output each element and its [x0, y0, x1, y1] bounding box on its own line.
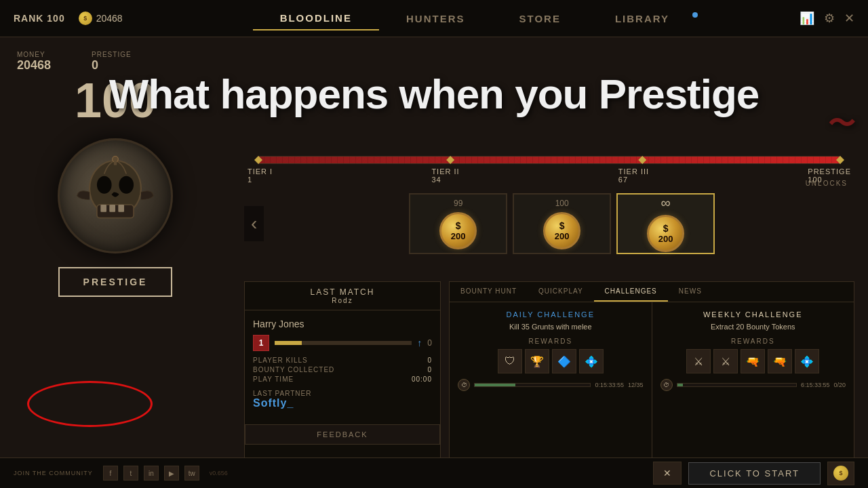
main-content: What happens when you Prestige 〜 MONEY 2… [0, 37, 868, 488]
kill-bar [275, 341, 412, 345]
rank-label: RANK 100 [14, 13, 65, 24]
daily-icon-1: 🛡 [498, 349, 522, 373]
weekly-timer-fill [677, 384, 684, 386]
top-nav-icons: 📊 ⚙ ✕ [800, 11, 854, 26]
unlock-symbol: ∞ [661, 195, 671, 211]
unlocks-box: UNLOCKS [806, 180, 848, 187]
close-bottom-button[interactable]: ✕ [653, 462, 682, 485]
reward-card-100[interactable]: 100 $ 200 [513, 193, 611, 254]
notification-dot [692, 12, 698, 18]
reward-card-99[interactable]: 99 $ 200 [409, 193, 507, 254]
daily-timer-bar [474, 383, 591, 387]
tab-news[interactable]: NEWS [668, 282, 713, 302]
blood-swirl-icon: 〜 [828, 108, 854, 138]
arrow-icon: ↑ [417, 338, 422, 348]
tier3-label: TIER III 67 [618, 167, 649, 184]
tab-bounty-hunt[interactable]: BOUNTY HUNT [450, 282, 528, 302]
stats-row: MONEY 20468 PRESTIGE 0 [17, 51, 214, 73]
challenges-panel: BOUNTY HUNT QUICKPLAY CHALLENGES NEWS DA… [449, 281, 854, 481]
daily-challenge-col: DAILY CHALLENGE Kill 35 Grunts with mele… [450, 302, 652, 477]
feedback-button[interactable]: FEEDBACK [245, 424, 440, 445]
tab-quickplay[interactable]: QUICKPLAY [528, 282, 594, 302]
svg-point-2 [119, 176, 134, 194]
twitter-icon[interactable]: t [123, 466, 138, 481]
weekly-timer-bar [677, 383, 797, 387]
rank-display: RANK 100 [14, 13, 65, 24]
join-text: JOIN THE COMMUNITY [14, 470, 93, 476]
rank-large: 100 [17, 76, 214, 125]
nav-tabs: BLOODLINE HUNTERS STORE LIBRARY [150, 7, 800, 30]
progress-fill [258, 157, 840, 163]
tier2-label: TIER II 34 [431, 167, 459, 184]
coin-icon: $ [79, 12, 92, 25]
hunter-name: Harry Jones [253, 319, 432, 329]
money-display: $ 20468 [79, 12, 123, 25]
tier-markers: TIER I 1 TIER II 34 TIER III 67 PRESTIGE… [244, 167, 854, 184]
match-content: Harry Jones 1 ↑ 0 PLAYER KILLS 0 BOUNTY … [245, 310, 440, 418]
social-icons: f t in ▶ tw [103, 466, 199, 481]
dollar-button[interactable]: $ [827, 462, 854, 485]
daily-desc: Kill 35 Grunts with melee [458, 323, 644, 331]
daily-type: DAILY CHALLENGE [458, 310, 644, 319]
progress-bar [258, 156, 841, 164]
card-level-99: 99 [454, 199, 462, 208]
weekly-timer-icon: ⏱ [660, 379, 673, 391]
version-text: v0.656 [210, 470, 228, 476]
daily-timer-icon: ⏱ [458, 379, 470, 391]
tab-bloodline[interactable]: BLOODLINE [253, 7, 379, 30]
stats-icon[interactable]: 📊 [800, 11, 814, 26]
card-level-100: 100 [555, 199, 569, 208]
daily-progress: 12/35 [628, 382, 644, 388]
weekly-icon-2: ⚔ [713, 349, 738, 373]
kill-bar-fill [275, 341, 302, 345]
twitch-icon[interactable]: tw [184, 466, 199, 481]
bottom-bar: JOIN THE COMMUNITY f t in ▶ tw v0.656 ✕ … [0, 458, 868, 488]
challenges-content: DAILY CHALLENGE Kill 35 Grunts with mele… [450, 302, 854, 477]
daily-timer-fill [475, 384, 515, 386]
kills-row: 1 ↑ 0 [253, 335, 432, 351]
challenges-tabs: BOUNTY HUNT QUICKPLAY CHALLENGES NEWS [450, 282, 854, 302]
coin-reward-100: $ 200 [543, 212, 580, 249]
progress-section: TIER I 1 TIER II 34 TIER III 67 PRESTIGE… [231, 136, 868, 184]
prev-card-arrow[interactable]: ‹ [244, 206, 264, 241]
coin-reward-unlocks: $ 200 [647, 215, 684, 252]
svg-rect-4 [100, 205, 106, 212]
money-stat: MONEY 20468 [17, 51, 51, 73]
prestige-button[interactable]: PRESTIGE [58, 267, 173, 297]
coin-reward-99: $ 200 [439, 212, 477, 249]
weekly-icon-4: 🔫 [768, 349, 792, 373]
reward-card-unlocks[interactable]: ∞ $ 200 [616, 193, 715, 254]
daily-reward-icons: 🛡 🏆 🔷 💠 [458, 349, 644, 373]
skull-svg [71, 152, 159, 240]
left-panel: MONEY 20468 PRESTIGE 0 100 [0, 37, 231, 488]
start-button[interactable]: CLICK TO START [688, 462, 821, 485]
instagram-icon[interactable]: in [144, 466, 159, 481]
weekly-progress: 0/20 [833, 382, 846, 388]
weekly-challenge-col: WEEKLY CHALLENGE Extract 20 Bounty Token… [652, 302, 854, 477]
tab-store[interactable]: STORE [492, 7, 587, 30]
last-match-header: LAST MATCH Rodz [245, 282, 440, 310]
daily-timer-text: 0:15:33:55 [595, 382, 624, 388]
skull-medallion [58, 138, 173, 253]
weekly-rewards-label: REWARDS [660, 338, 846, 345]
tab-hunters[interactable]: HUNTERS [379, 7, 492, 30]
facebook-icon[interactable]: f [103, 466, 118, 481]
svg-rect-5 [109, 205, 115, 212]
daily-timer-row: ⏱ 0:15:33:55 12/35 [458, 379, 644, 391]
close-icon[interactable]: ✕ [844, 11, 854, 26]
tier1-label: TIER I 1 [248, 167, 273, 184]
partner-name: Softly_ [253, 397, 432, 409]
daily-icon-2: 🏆 [525, 349, 549, 373]
tab-challenges[interactable]: CHALLENGES [594, 282, 668, 302]
youtube-icon[interactable]: ▶ [164, 466, 179, 481]
tab-library[interactable]: LIBRARY [588, 7, 696, 30]
weekly-type: WEEKLY CHALLENGE [660, 310, 846, 319]
weekly-reward-icons: ⚔ ⚔ 🔫 🔫 💠 [660, 349, 846, 373]
reward-cards-section: UNLOCKS ‹ 99 $ 200 100 $ 200 [231, 193, 868, 254]
dollar-coin-icon: $ [833, 466, 848, 481]
svg-point-1 [97, 176, 112, 194]
unlocks-label: UNLOCKS [806, 180, 848, 187]
weekly-icon-1: ⚔ [686, 349, 711, 373]
settings-icon[interactable]: ⚙ [824, 11, 835, 26]
prestige-value: 0 [92, 58, 132, 73]
